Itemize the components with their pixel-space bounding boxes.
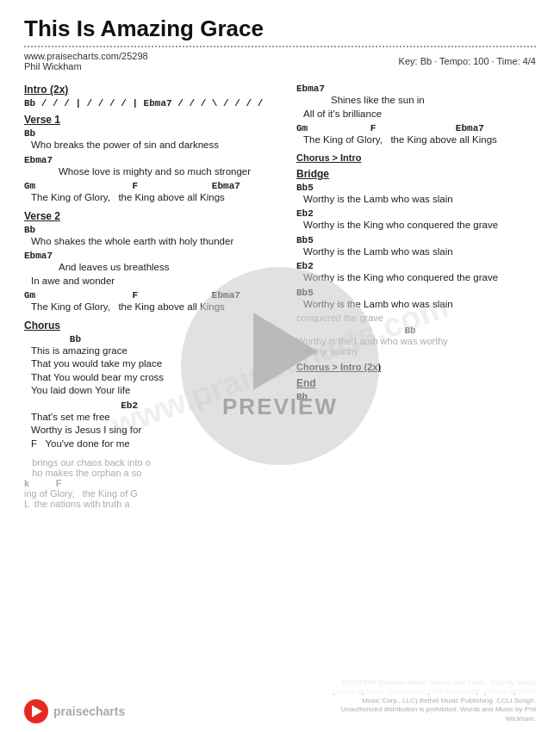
r-lyric3: The King of Glory, the King above all Ki… xyxy=(303,133,536,147)
chorus-intro-label: Chorus > Intro xyxy=(296,152,536,163)
ch-chord1: Bb xyxy=(24,334,283,344)
v3-line1: brings our chaos back into o xyxy=(24,457,283,468)
footer: praisecharts xyxy=(24,699,125,723)
author: Phil Wickham xyxy=(24,61,82,71)
verse1-label: Verse 1 xyxy=(24,114,283,126)
verse2-section: Verse 2 Bb Who shakes the whole earth wi… xyxy=(24,210,283,314)
br-worthy2: Worthy, worthy xyxy=(296,346,536,357)
br-lyric3: Worthy is the Lamb who was slain xyxy=(303,245,536,259)
ch-chord2: Eb2 xyxy=(24,400,283,411)
content-area: Intro (2x) Bb / / / | / / / / | Ebma7 / … xyxy=(24,78,536,509)
v3-line4: L​ the nations with truth a xyxy=(24,499,283,509)
end-chord: Bb xyxy=(296,392,536,402)
v2-lyric1: Who shakes the whole earth with holy thu… xyxy=(31,235,283,249)
br-worthy1: W​orthy is the Lamb who was worthy xyxy=(296,336,536,346)
br-chord6: ​ Bb xyxy=(296,326,536,336)
r-lyric2: All of it's brilliance xyxy=(303,108,536,121)
v2-lyric3: In awe and wonder xyxy=(31,275,283,288)
copyright-text: ©2012 Phil Wickham Music; Seems Like Mus… xyxy=(320,679,536,723)
v3-line2: ho makes the orphan a so xyxy=(24,468,283,478)
verse3-partial: brings our chaos back into o ho makes th… xyxy=(24,457,283,509)
r-lyric1: Shines like the sun in xyxy=(331,94,536,108)
ebma7-section: Ebma7 Shines like the sun in All of it's… xyxy=(296,84,536,147)
bridge-continued: ​c​onquered the grave ​ Bb W​orthy is th… xyxy=(296,313,536,357)
br-lyric4: Worthy is the King who conquered the gra… xyxy=(303,271,536,285)
ch-lyric5: Tha​t​'s set me free xyxy=(31,411,283,425)
bridge-section: Bridge Bb5 Worthy is the Lamb who was sl… xyxy=(296,168,536,312)
footer-play-icon xyxy=(32,705,42,717)
br-conquered: ​c​onquered the grave xyxy=(296,313,536,323)
br-chord5: Bb5 xyxy=(296,288,536,298)
v1-lyric3: The King of Glory, the King above all Ki… xyxy=(31,191,283,205)
v2-lyric2: And leaves us breathless xyxy=(59,261,283,275)
key: Key: Bb xyxy=(399,56,432,66)
v2-lyric4: The King of Glory, the King above all Ki… xyxy=(31,301,283,314)
end-section: End Bb xyxy=(296,377,536,402)
ch-lyric4: You lai​d down Your life xyxy=(31,384,283,398)
ch-lyric7: F​​ You've done for me xyxy=(31,437,283,451)
br-chord2: Eb2 xyxy=(296,208,536,219)
col-right: Ebma7 Shines like the sun in All of it's… xyxy=(296,78,536,509)
br-chord3: Bb5 xyxy=(296,235,536,245)
url: www.praisecharts.com/25298 xyxy=(24,51,148,61)
title-divider xyxy=(24,46,536,47)
ch-lyric3: That You w​ould bear my cross xyxy=(31,371,283,385)
r-chord1: Ebma7 xyxy=(296,84,536,94)
ch-lyric1: This is amazing grac​e xyxy=(31,344,283,358)
intro-section: Intro (2x) Bb / / / | / / / / | Ebma7 / … xyxy=(24,84,283,109)
end-label: End xyxy=(296,377,536,389)
verse2-label: Verse 2 xyxy=(24,210,283,222)
br-lyric5: Worthy is the Lamb who was slain xyxy=(303,298,536,312)
meta-row: www.praisecharts.com/25298 Phil Wickham … xyxy=(24,51,536,71)
verse1-section: Verse 1 Bb Who breaks the power of sin a… xyxy=(24,114,283,205)
col-left: Intro (2x) Bb / / / | / / / / | Ebma7 / … xyxy=(24,78,283,509)
v1-chord1: Bb xyxy=(24,128,283,139)
v2-chord2: Ebma7 xyxy=(24,251,283,261)
br-lyric1: Worthy is the Lamb who was slain xyxy=(303,193,536,207)
v3-chord1: ​k​ F xyxy=(24,478,283,488)
page: This Is Amazing Grace www.praisecharts.c… xyxy=(0,0,560,732)
bridge-label: Bridge xyxy=(296,168,536,180)
br-lyric2: Worthy is the King who conquered the gra… xyxy=(303,219,536,233)
v1-chord3: Gm F Ebma7 xyxy=(24,181,283,191)
v2-chord1: Bb xyxy=(24,225,283,235)
chorus-label: Chorus xyxy=(24,319,283,332)
meta-right: Key: Bb · Tempo: 100 · Time: 4/4 xyxy=(399,56,536,66)
br-chord4: Eb2 xyxy=(296,261,536,271)
r-chord2: Gm F Ebma7 xyxy=(296,123,536,133)
time-sig: Time: 4/4 xyxy=(497,56,536,66)
ch-lyric6: W​orthy is Jesus I sing for xyxy=(31,424,283,437)
intro-label: Intro (2x) xyxy=(24,84,283,96)
chorus-intro-section: Chorus > Intro xyxy=(296,152,536,163)
v3-line3: ​ing of Glory, the King of G xyxy=(24,488,283,499)
v1-lyric1: Who breaks the power of sin and darkness xyxy=(31,139,283,152)
chorus-section: Chorus Bb This is amazing grac​e That yo… xyxy=(24,319,283,451)
chorus-intro-2x-section: Chorus > Intro (2x) xyxy=(296,362,536,372)
br-chord1: Bb5 xyxy=(296,183,536,193)
chorus-intro-2x-label: Chorus > Intro (2x) xyxy=(296,362,536,372)
footer-logo xyxy=(24,699,48,723)
song-title: This Is Amazing Grace xyxy=(24,16,536,42)
meta-left: www.praisecharts.com/25298 Phil Wickham xyxy=(24,51,148,71)
v2-chord3: Gm F Ebma7 xyxy=(24,290,283,301)
ch-lyric2: That you would t​ake my place xyxy=(31,357,283,371)
v1-lyric2: Whose love is mighty and so much stronge… xyxy=(59,165,283,179)
v1-chord2: Ebma7 xyxy=(24,155,283,165)
intro-chords: Bb / / / | / / / / | Ebma7 / / / \ / / /… xyxy=(24,98,283,109)
footer-brand: praisecharts xyxy=(53,704,125,718)
tempo: Tempo: 100 xyxy=(439,56,488,66)
